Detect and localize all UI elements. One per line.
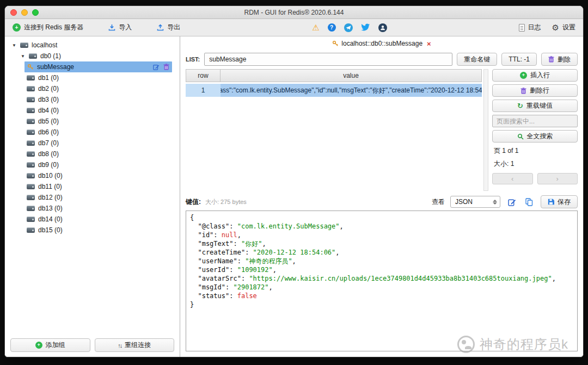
fulltext-search-label: 全文搜索: [527, 132, 553, 141]
export-icon: [157, 24, 164, 31]
database-icon: [29, 53, 37, 59]
sidebar-item-db0[interactable]: ▼ db0 (1): [5, 51, 180, 61]
size-indicator: 大小: 1: [492, 159, 578, 169]
rename-key-button[interactable]: 重命名键: [457, 53, 497, 66]
log-button[interactable]: 日志: [519, 23, 541, 32]
column-header-row[interactable]: row: [186, 69, 220, 82]
delete-row-button[interactable]: 删除行: [492, 84, 578, 97]
rows-section: row value 1 {"@class":"com.lk.entity.Sub…: [180, 69, 583, 191]
tab-close-icon[interactable]: ×: [427, 40, 431, 48]
sidebar-item-db6[interactable]: db6 (0): [5, 127, 180, 138]
json-view: { "@class": "com.lk.entity.SubMessage", …: [190, 213, 573, 309]
ttl-button[interactable]: TTL: -1: [501, 53, 537, 66]
db-label: db8 (0): [38, 150, 59, 158]
value-label: 键值:: [186, 197, 201, 207]
reload-icon: ↻: [517, 102, 523, 109]
add-group-label: 添加组: [46, 341, 65, 350]
table-row[interactable]: 1 {"@class":"com.lk.entity.SubMessage","…: [186, 84, 482, 97]
edit-value-button[interactable]: [506, 196, 518, 208]
sidebar-item-db5[interactable]: db5 (0): [5, 116, 180, 127]
add-group-button[interactable]: + 添加组: [10, 338, 90, 352]
import-button[interactable]: 导入: [108, 23, 132, 32]
sidebar-item-db2[interactable]: db2 (0): [5, 83, 180, 94]
connect-server-label: 连接到 Redis 服务器: [24, 23, 83, 32]
expand-arrow-icon[interactable]: ▼: [11, 43, 17, 48]
save-button[interactable]: 保存: [541, 195, 578, 208]
db-label: db5 (0): [38, 117, 59, 125]
database-icon: [27, 216, 35, 222]
pager: ‹ ›: [492, 173, 578, 184]
db-label: db9 (0): [38, 161, 59, 169]
gear-icon: ⚙: [552, 23, 559, 32]
export-button[interactable]: 导出: [157, 23, 180, 32]
import-icon: [108, 24, 115, 31]
sidebar-item-db13[interactable]: db13 (0): [5, 203, 180, 214]
database-icon: [27, 129, 35, 135]
key-row-actions: [153, 64, 169, 70]
save-icon: [548, 199, 554, 205]
database-icon: [27, 206, 35, 211]
reload-value-label: 重载键值: [526, 101, 553, 110]
value-editor[interactable]: { "@class": "com.lk.entity.SubMessage", …: [186, 211, 578, 351]
fulltext-search-button[interactable]: 全文搜索: [492, 130, 578, 143]
db-label: db6 (0): [38, 128, 59, 136]
row-value-cell: {"@class":"com.lk.entity.SubMessage","id…: [220, 84, 482, 97]
key-panel: LIST: 重命名键 TTL: -1 删除: [180, 51, 583, 69]
reorder-connections-label: 重组连接: [125, 341, 151, 350]
delete-key-label: 删除: [558, 55, 571, 64]
warning-icon[interactable]: ⚠: [312, 23, 319, 32]
db-label: db10 (0): [38, 172, 63, 180]
database-icon: [27, 97, 35, 102]
sidebar-item-db12[interactable]: db12 (0): [5, 192, 180, 203]
sidebar-item-db10[interactable]: db10 (0): [5, 170, 180, 181]
db-label: db12 (0): [38, 194, 63, 201]
edit-key-icon[interactable]: [153, 64, 160, 70]
view-mode-select[interactable]: JSON: [450, 196, 500, 208]
sidebar-item-db15[interactable]: db15 (0): [5, 225, 180, 236]
delete-key-button[interactable]: 删除: [541, 53, 578, 66]
sidebar-item-db9[interactable]: db9 (0): [5, 159, 180, 170]
copy-value-button[interactable]: [523, 196, 535, 208]
sidebar-item-db8[interactable]: db8 (0): [5, 149, 180, 159]
community-icon[interactable]: [378, 23, 387, 32]
host-label: localhost: [32, 41, 57, 49]
zoom-window-button[interactable]: [32, 9, 39, 16]
key-name-input[interactable]: [204, 53, 452, 66]
log-label: 日志: [528, 23, 541, 32]
sidebar-item-localhost[interactable]: ▼ localhost: [5, 40, 180, 51]
database-icon: [27, 108, 35, 113]
value-editor-header: 键值: 大小: 275 bytes 查看 JSON: [180, 194, 583, 209]
page-search-input[interactable]: [492, 115, 578, 127]
twitter-icon[interactable]: [361, 23, 370, 32]
table-scrollbar[interactable]: [483, 69, 488, 191]
next-page-button[interactable]: ›: [537, 173, 578, 184]
sidebar-item-db1[interactable]: db1 (0): [5, 72, 180, 83]
sidebar-item-db7[interactable]: db7 (0): [5, 138, 180, 149]
sidebar-item-db4[interactable]: db4 (0): [5, 105, 180, 116]
reload-value-button[interactable]: ↻ 重载键值: [492, 100, 578, 112]
tab-submessage[interactable]: localhost::db0::subMessage ×: [332, 40, 431, 48]
sort-arrows-icon: ↑↓: [118, 342, 121, 349]
column-header-value[interactable]: value: [220, 69, 482, 82]
expand-arrow-icon[interactable]: ▼: [20, 54, 26, 59]
connect-server-button[interactable]: + 连接到 Redis 服务器: [13, 23, 83, 32]
database-icon: [27, 162, 35, 168]
sidebar-item-db14[interactable]: db14 (0): [5, 214, 180, 225]
sidebar-item-db3[interactable]: db3 (0): [5, 94, 180, 105]
minimize-window-button[interactable]: [21, 9, 28, 16]
prev-page-button[interactable]: ‹: [492, 173, 533, 184]
key-icon: [332, 40, 339, 47]
database-icon: [27, 75, 35, 81]
telegram-icon[interactable]: [344, 23, 353, 32]
content-area: ▼ localhost ▼ db0 (1) subMessage: [5, 36, 583, 357]
help-icon[interactable]: ?: [328, 23, 336, 32]
reorder-connections-button[interactable]: ↑↓ 重组连接: [95, 338, 175, 352]
sidebar-item-db11[interactable]: db11 (0): [5, 181, 180, 192]
settings-button[interactable]: ⚙ 设置: [552, 23, 575, 32]
insert-row-button[interactable]: + 插入行: [492, 69, 578, 82]
close-window-button[interactable]: [10, 9, 17, 16]
sidebar-item-submessage[interactable]: subMessage: [24, 61, 172, 72]
search-icon: [517, 133, 524, 140]
delete-key-icon[interactable]: [163, 64, 169, 70]
delete-row-label: 删除行: [530, 86, 549, 95]
